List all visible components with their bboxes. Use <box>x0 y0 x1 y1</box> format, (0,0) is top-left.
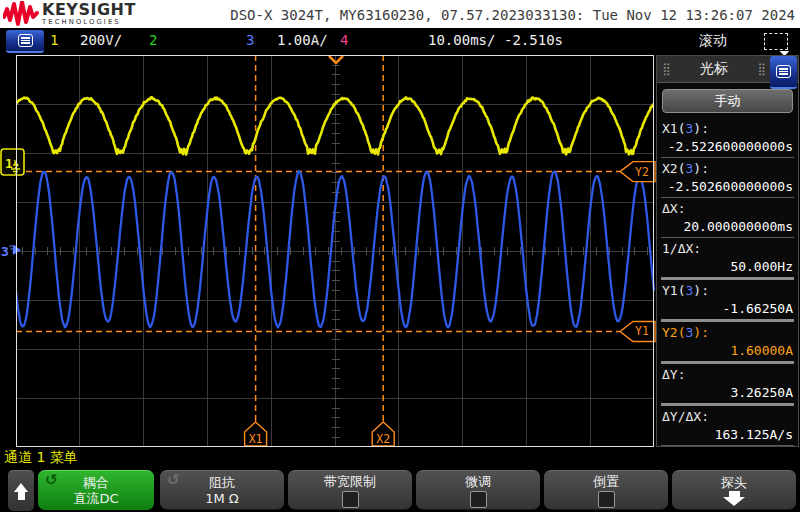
menu-title: 通道 1 菜单 <box>4 449 78 467</box>
list-menu-icon <box>18 34 33 47</box>
panel-menu-button[interactable] <box>770 56 797 89</box>
coupling-softkey[interactable]: ↺ 耦合 直流DC <box>38 470 154 510</box>
cursor-field-dx: ΔX: 20.000000000ms <box>657 199 798 238</box>
brand-sub: TECHNOLOGIES <box>42 19 136 26</box>
svg-text:3: 3 <box>1 244 9 259</box>
impedance-softkey[interactable]: ↺ 阻抗 1M Ω <box>160 470 284 510</box>
rotate-select-icon: ↺ <box>45 471 58 489</box>
cursor-field-dy: ΔY: 3.26250A <box>657 365 798 406</box>
fine-adjust-softkey[interactable]: 微调 <box>416 470 540 510</box>
ch1-number[interactable]: 1 <box>50 32 58 48</box>
up-arrow-icon <box>14 483 28 492</box>
ch2-number[interactable]: 2 <box>149 32 157 48</box>
keysight-logo-icon <box>3 1 39 27</box>
bw-limit-softkey[interactable]: 带宽限制 <box>288 470 412 510</box>
bw-limit-checkbox[interactable] <box>342 491 359 508</box>
instrument-status-line: DSO-X 3024T, MY63160230, 07.57.202303313… <box>230 7 795 23</box>
ch1-ground-marker[interactable]: 1 <box>1 149 24 175</box>
cursor-field-x2: X2(3): -2.502600000000s <box>657 159 798 198</box>
y1-value: -1.66250A <box>657 300 798 318</box>
ch1-scale[interactable]: 200V/ <box>80 32 122 48</box>
dy-value: 3.26250A <box>657 384 798 402</box>
titlebar: KEYSIGHT TECHNOLOGIES DSO-X 3024T, MY631… <box>0 0 800 28</box>
inv-dx-value: 50.000Hz <box>657 258 798 276</box>
dy-dx-value: 163.125A/s <box>657 426 798 444</box>
scope-display: X1X2Y2Y1 1 3 <box>0 55 656 447</box>
cursor-panel: ⣿ 光标 ⣿ 手动 X1(3): -2.522600000000s X2(3):… <box>656 55 799 447</box>
invert-checkbox[interactable] <box>598 491 615 508</box>
cursor-mode-button[interactable]: 手动 <box>662 89 793 113</box>
x1-cursor-tag-label: X1 <box>249 432 263 446</box>
region-select-icon[interactable] <box>764 33 788 50</box>
invert-softkey[interactable]: 倒置 <box>544 470 668 510</box>
delay-setting[interactable]: -2.510s <box>504 32 563 48</box>
x1-value: -2.522600000000s <box>657 138 798 156</box>
ch3-number[interactable]: 3 <box>246 32 254 48</box>
softkey-menu: 通道 1 菜单 ↺ 耦合 直流DC ↺ 阻抗 1M Ω 带宽限制 微调 倒置 探 <box>0 447 800 512</box>
fine-adjust-checkbox[interactable] <box>470 491 487 508</box>
brand-text: KEYSIGHT TECHNOLOGIES <box>42 2 136 26</box>
dx-value: 20.000000000ms <box>657 218 798 236</box>
x2-value: -2.502600000000s <box>657 178 798 196</box>
brand-name: KEYSIGHT <box>42 2 136 18</box>
oscilloscope-screen: KEYSIGHT TECHNOLOGIES DSO-X 3024T, MY631… <box>0 0 800 512</box>
acquisition-mode: 滚动 <box>699 32 727 50</box>
ch3-scale[interactable]: 1.00A/ <box>277 32 328 48</box>
cursor-field-inv-dx: 1/ΔX: 50.000Hz <box>657 239 798 280</box>
cursor-field-x1: X1(3): -2.522600000000s <box>657 119 798 158</box>
list-menu-icon <box>776 65 791 78</box>
rotate-select-icon: ↺ <box>167 471 180 489</box>
cursor-field-y1: Y1(3): -1.66250A <box>657 281 798 322</box>
panel-title: 光标 <box>676 60 752 78</box>
channel-bar: 1 200V/ 2 3 1.00A/ 4 10.00ms/ -2.510s 滚动 <box>0 28 800 54</box>
y2-value: 1.60000A <box>657 342 798 360</box>
x2-cursor-tag-label: X2 <box>376 432 390 446</box>
down-arrow-icon <box>723 491 745 506</box>
cursor-field-y2: Y2(3): 1.60000A <box>657 323 798 364</box>
drag-handle-left[interactable]: ⣿ <box>657 62 676 76</box>
menu-back-button[interactable] <box>8 470 34 511</box>
y2-cursor-tag-label: Y2 <box>635 165 649 179</box>
cursor-field-dy-dx: ΔY/ΔX: 163.125A/s <box>657 407 798 446</box>
probe-softkey[interactable]: 探头 <box>672 470 796 510</box>
timebase-setting[interactable]: 10.00ms/ <box>428 32 495 48</box>
y1-cursor-tag-label: Y1 <box>635 324 649 338</box>
ch4-number[interactable]: 4 <box>340 32 348 48</box>
main-menu-button[interactable] <box>6 30 44 53</box>
